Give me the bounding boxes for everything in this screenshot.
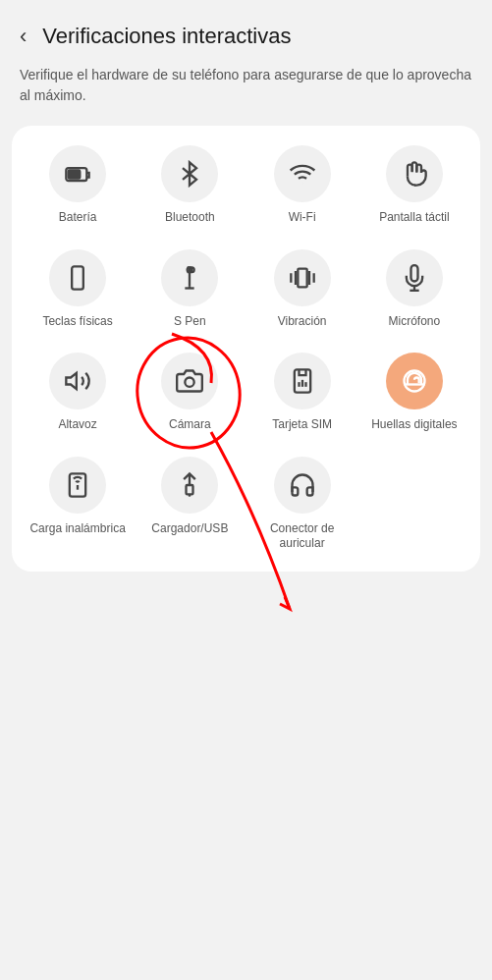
bateria-icon bbox=[49, 145, 106, 202]
spen-label: S Pen bbox=[174, 314, 206, 330]
item-spen[interactable]: S Pen bbox=[134, 249, 246, 330]
carga-label: Carga inalámbrica bbox=[29, 521, 125, 537]
vibracion-label: Vibración bbox=[278, 314, 327, 330]
item-huellas[interactable]: Huellas digitales bbox=[358, 353, 470, 433]
cargador-icon bbox=[161, 457, 218, 514]
item-auricular[interactable]: Conector de auricular bbox=[246, 457, 358, 552]
items-grid: BateríaBluetoothWi-FiPantalla táctilTecl… bbox=[22, 145, 470, 552]
item-bateria[interactable]: Batería bbox=[22, 145, 134, 226]
bluetooth-label: Bluetooth bbox=[165, 210, 215, 226]
svg-marker-10 bbox=[66, 373, 77, 389]
microfono-icon bbox=[386, 249, 443, 306]
cargador-label: Cargador/USB bbox=[151, 521, 228, 537]
auricular-label: Conector de auricular bbox=[246, 521, 358, 552]
huellas-icon bbox=[386, 353, 443, 409]
microfono-label: Micrófono bbox=[389, 314, 441, 330]
item-bluetooth[interactable]: Bluetooth bbox=[134, 145, 246, 226]
svg-rect-19 bbox=[187, 485, 193, 494]
pantalla-icon bbox=[386, 145, 443, 202]
items-card: BateríaBluetoothWi-FiPantalla táctilTecl… bbox=[12, 126, 480, 572]
pantalla-label: Pantalla táctil bbox=[379, 210, 449, 226]
wifi-label: Wi-Fi bbox=[289, 210, 316, 226]
wifi-icon bbox=[274, 145, 331, 202]
subtitle-text: Verifique el hardware de su teléfono par… bbox=[0, 61, 492, 126]
bateria-label: Batería bbox=[59, 210, 97, 226]
item-sim[interactable]: Tarjeta SIM bbox=[246, 353, 358, 433]
svg-point-11 bbox=[186, 378, 194, 387]
altavoz-label: Altavoz bbox=[58, 417, 96, 433]
item-altavoz[interactable]: Altavoz bbox=[22, 353, 134, 433]
item-cargador[interactable]: Cargador/USB bbox=[134, 457, 246, 552]
back-button[interactable]: ‹ bbox=[16, 20, 30, 53]
spen-icon bbox=[161, 249, 218, 306]
svg-rect-6 bbox=[298, 268, 306, 287]
item-pantalla[interactable]: Pantalla táctil bbox=[358, 145, 470, 226]
vibracion-icon bbox=[274, 249, 331, 306]
item-microfono[interactable]: Micrófono bbox=[358, 249, 470, 330]
item-vibracion[interactable]: Vibración bbox=[246, 249, 358, 330]
item-carga[interactable]: Carga inalámbrica bbox=[22, 457, 134, 552]
camara-label: Cámara bbox=[169, 417, 211, 433]
teclas-label: Teclas físicas bbox=[42, 314, 112, 330]
teclas-icon bbox=[49, 249, 106, 306]
svg-rect-1 bbox=[69, 171, 81, 179]
bluetooth-icon bbox=[161, 145, 218, 202]
huellas-label: Huellas digitales bbox=[371, 417, 457, 433]
page-title: Verificaciones interactivas bbox=[42, 24, 291, 49]
item-wifi[interactable]: Wi-Fi bbox=[246, 145, 358, 226]
item-camara[interactable]: Cámara bbox=[134, 353, 246, 433]
header: ‹ Verificaciones interactivas bbox=[0, 0, 492, 61]
camara-icon bbox=[161, 353, 218, 409]
item-teclas[interactable]: Teclas físicas bbox=[22, 249, 134, 330]
carga-icon bbox=[49, 457, 106, 514]
sim-icon bbox=[274, 353, 331, 409]
auricular-icon bbox=[274, 457, 331, 514]
sim-label: Tarjeta SIM bbox=[272, 417, 332, 433]
altavoz-icon bbox=[49, 353, 106, 409]
